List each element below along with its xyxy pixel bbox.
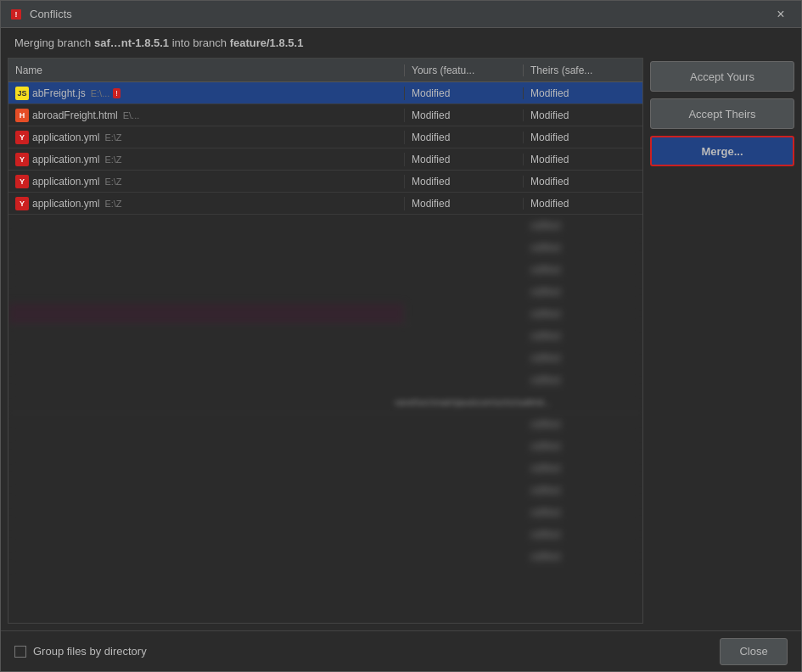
group-by-directory-checkbox[interactable]: [14, 646, 26, 658]
cell-filename: JS abFreight.js E:\... !: [8, 87, 405, 100]
cell-theirs: odified: [524, 352, 642, 364]
table-row[interactable]: odified: [8, 237, 642, 259]
cell-filename: Y application.yml E:\Z: [8, 197, 405, 210]
cell-yours: Modified: [405, 109, 524, 121]
accept-yours-button[interactable]: Accept Yours: [650, 61, 794, 92]
yml-icon: Y: [15, 197, 29, 210]
yml-icon: Y: [15, 131, 29, 144]
cell-theirs: odified: [524, 440, 642, 452]
table-row[interactable]: odified: [8, 259, 642, 281]
yml-icon: Y: [15, 175, 29, 188]
target-branch: feature/1.8.5.1: [230, 36, 304, 49]
table-row[interactable]: JS abFreight.js E:\... ! Modified Modifi…: [8, 82, 642, 104]
bottom-bar: Group files by directory Close: [1, 630, 801, 671]
dialog-title: Conflicts: [30, 8, 769, 20]
cell-theirs: Modified: [524, 176, 642, 188]
cell-theirs: odified: [524, 220, 642, 232]
table-row[interactable]: odified: [8, 281, 642, 303]
table-header: Name Yours (featu... Theirs (safe...: [8, 59, 642, 82]
yml-icon: Y: [15, 153, 29, 166]
buttons-panel: Accept Yours Accept Theirs Merge...: [650, 58, 794, 624]
cell-theirs: odified: [524, 462, 642, 474]
cell-theirs: odified: [524, 308, 642, 320]
cell-theirs: odified: [524, 507, 642, 518]
cell-yours: Modified: [405, 198, 524, 210]
cell-yours: Modified: [405, 176, 524, 188]
merge-prefix: Merging branch: [14, 36, 94, 49]
table-row[interactable]: odified: [8, 325, 642, 347]
cell-filename: Y application.yml E:\Z: [8, 175, 405, 188]
col-theirs: Theirs (safe...: [524, 64, 642, 76]
merge-middle: into branch: [169, 36, 230, 49]
cell-yours: Modified: [405, 87, 524, 99]
conflicts-dialog: ! Conflicts × Merging branch saf…nt-1.8.…: [0, 0, 802, 672]
html-icon: H: [15, 109, 29, 122]
cell-theirs: odified: [524, 264, 642, 276]
table-row[interactable]: odified: [8, 347, 642, 369]
table-row[interactable]: Y application.yml E:\Z Modified Modified: [8, 193, 642, 215]
table-row[interactable]: odified: [8, 501, 642, 524]
cell-theirs: Modified: [524, 154, 642, 165]
svg-text:!: !: [15, 10, 18, 19]
cell-theirs: Modified: [524, 109, 642, 121]
table-row[interactable]: ranet\src\main\java\com\zchz\safe\d...: [8, 391, 642, 413]
file-list[interactable]: JS abFreight.js E:\... ! Modified Modifi…: [8, 82, 642, 623]
app-icon: !: [9, 8, 23, 21]
table-row[interactable]: odified: [8, 546, 642, 568]
content-area: Name Yours (featu... Theirs (safe... JS …: [1, 58, 801, 630]
cell-theirs: odified: [524, 484, 642, 496]
cell-theirs: Modified: [524, 198, 642, 210]
table-row[interactable]: odified: [8, 524, 642, 546]
accept-theirs-button[interactable]: Accept Theirs: [650, 98, 794, 129]
table-row[interactable]: odified: [8, 215, 642, 237]
cell-theirs: ranet\src\main\java\com\zchz\safe\d...: [388, 397, 642, 407]
cell-filename: [8, 303, 405, 324]
cell-filename: H abroadFreight.html E\...: [8, 109, 405, 122]
js-icon: JS: [15, 87, 29, 100]
cell-theirs: odified: [524, 529, 642, 540]
title-bar: ! Conflicts ×: [1, 1, 801, 28]
cell-theirs: odified: [524, 374, 642, 386]
cell-filename: Y application.yml E:\Z: [8, 131, 405, 144]
table-row[interactable]: odified: [8, 479, 642, 501]
table-row[interactable]: odified: [8, 369, 642, 391]
cell-yours: Modified: [405, 132, 524, 143]
table-row[interactable]: odified: [8, 413, 642, 435]
cell-yours: Modified: [405, 154, 524, 165]
merge-info-bar: Merging branch saf…nt-1.8.5.1 into branc…: [1, 28, 801, 58]
group-by-directory-text: Group files by directory: [33, 645, 147, 658]
table-row[interactable]: odified: [8, 435, 642, 457]
table-row[interactable]: Y application.yml E:\Z Modified Modified: [8, 171, 642, 193]
close-button[interactable]: Close: [720, 638, 788, 665]
col-yours: Yours (featu...: [405, 64, 524, 76]
table-row[interactable]: Y application.yml E:\Z Modified Modified: [8, 126, 642, 148]
table-row[interactable]: odified: [8, 457, 642, 479]
conflict-badge: !: [113, 88, 121, 98]
source-branch: saf…nt-1.8.5.1: [94, 36, 169, 49]
cell-theirs: odified: [524, 330, 642, 342]
merge-button[interactable]: Merge...: [650, 136, 794, 166]
cell-theirs: Modified: [524, 87, 642, 99]
group-by-directory-label[interactable]: Group files by directory: [14, 645, 147, 658]
cell-theirs: odified: [524, 242, 642, 254]
col-name: Name: [8, 64, 405, 76]
cell-theirs: odified: [524, 418, 642, 430]
cell-filename: Y application.yml E:\Z: [8, 153, 405, 166]
file-list-panel: Name Yours (featu... Theirs (safe... JS …: [8, 58, 643, 624]
table-row[interactable]: odified: [8, 303, 642, 325]
table-row[interactable]: H abroadFreight.html E\... Modified Modi…: [8, 104, 642, 126]
cell-theirs: odified: [524, 551, 642, 563]
table-row[interactable]: Y application.yml E:\Z Modified Modified: [8, 148, 642, 171]
cell-theirs: odified: [524, 286, 642, 298]
cell-theirs: Modified: [524, 132, 642, 143]
close-title-button[interactable]: ×: [769, 3, 793, 26]
